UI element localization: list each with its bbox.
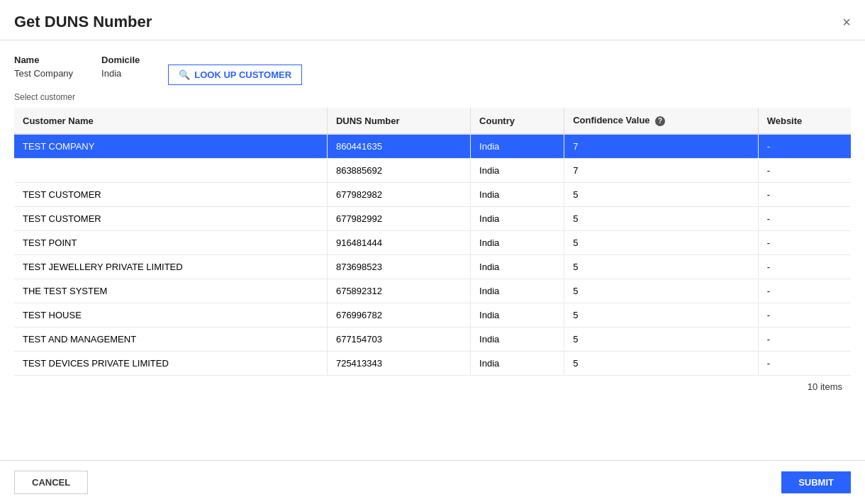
results-table: Customer Name DUNS Number Country Confid…	[14, 108, 851, 376]
cell-website: -	[758, 303, 851, 327]
table-row[interactable]: 863885692India7-	[14, 159, 851, 183]
name-label: Name	[14, 55, 73, 65]
cell-confidence_value: 5	[564, 255, 759, 279]
table-row[interactable]: TEST DEVICES PRIVATE LIMITED725413343Ind…	[14, 352, 851, 376]
cell-country: India	[471, 183, 564, 207]
lookup-button-label: LOOK UP CUSTOMER	[194, 69, 291, 80]
cell-customer_name: THE TEST SYSTEM	[14, 279, 327, 303]
modal-title: Get DUNS Number	[14, 13, 152, 31]
cell-country: India	[471, 134, 564, 159]
name-field-group: Name Test Company	[14, 55, 73, 79]
cell-website: -	[758, 352, 851, 376]
domicile-label: Domicile	[101, 55, 140, 65]
cell-customer_name: TEST CUSTOMER	[14, 207, 327, 231]
cell-country: India	[471, 207, 564, 231]
cell-confidence_value: 5	[564, 327, 759, 352]
cell-duns_number: 863885692	[327, 159, 470, 183]
col-header-country: Country	[471, 108, 564, 134]
cell-customer_name: TEST JEWELLERY PRIVATE LIMITED	[14, 255, 327, 279]
col-header-customer-name: Customer Name	[14, 108, 327, 134]
modal-body: Name Test Company Domicile India 🔍 LOOK …	[0, 40, 865, 460]
cell-confidence_value: 5	[564, 207, 759, 231]
table-row[interactable]: TEST COMPANY860441635India7-	[14, 134, 851, 159]
submit-button[interactable]: SUBMIT	[781, 471, 851, 493]
cell-country: India	[471, 327, 564, 352]
table-row[interactable]: TEST CUSTOMER677982992India5-	[14, 207, 851, 231]
modal-footer: CANCEL SUBMIT	[0, 460, 865, 504]
cell-confidence_value: 7	[564, 159, 759, 183]
search-icon: 🔍	[179, 69, 190, 80]
cell-duns_number: 873698523	[327, 255, 470, 279]
cell-duns_number: 677154703	[327, 327, 470, 352]
cell-country: India	[471, 231, 564, 255]
cell-duns_number: 860441635	[327, 134, 470, 159]
cancel-button[interactable]: CANCEL	[14, 471, 88, 494]
cell-customer_name: TEST POINT	[14, 231, 327, 255]
col-header-website: Website	[758, 108, 851, 134]
cell-customer_name	[14, 159, 327, 183]
cell-website: -	[758, 255, 851, 279]
lookup-customer-button[interactable]: 🔍 LOOK UP CUSTOMER	[168, 65, 302, 85]
cell-duns_number: 725413343	[327, 352, 470, 376]
cell-confidence_value: 5	[564, 183, 759, 207]
cell-customer_name: TEST HOUSE	[14, 303, 327, 327]
cell-customer_name: TEST AND MANAGEMENT	[14, 327, 327, 352]
cell-customer_name: TEST CUSTOMER	[14, 183, 327, 207]
cell-website: -	[758, 327, 851, 352]
cell-duns_number: 916481444	[327, 231, 470, 255]
cell-website: -	[758, 207, 851, 231]
domicile-field-group: Domicile India	[101, 55, 140, 79]
cell-customer_name: TEST COMPANY	[14, 134, 327, 159]
col-header-confidence-value: Confidence Value ?	[564, 108, 759, 134]
cell-website: -	[758, 159, 851, 183]
cell-confidence_value: 7	[564, 134, 759, 159]
items-count: 10 items	[14, 376, 851, 398]
cell-website: -	[758, 231, 851, 255]
domicile-value: India	[101, 68, 140, 79]
cell-duns_number: 677982982	[327, 183, 470, 207]
cell-website: -	[758, 279, 851, 303]
form-row: Name Test Company Domicile India 🔍 LOOK …	[14, 55, 851, 85]
confidence-info-icon[interactable]: ?	[655, 116, 665, 126]
table-header-row: Customer Name DUNS Number Country Confid…	[14, 108, 851, 134]
col-header-duns-number: DUNS Number	[327, 108, 470, 134]
cell-confidence_value: 5	[564, 352, 759, 376]
cell-confidence_value: 5	[564, 231, 759, 255]
cell-confidence_value: 5	[564, 303, 759, 327]
cell-country: India	[471, 279, 564, 303]
cell-duns_number: 677982992	[327, 207, 470, 231]
table-row[interactable]: TEST POINT916481444India5-	[14, 231, 851, 255]
cell-country: India	[471, 303, 564, 327]
cell-country: India	[471, 255, 564, 279]
name-value: Test Company	[14, 68, 73, 79]
cell-duns_number: 675892312	[327, 279, 470, 303]
cell-website: -	[758, 134, 851, 159]
table-row[interactable]: TEST HOUSE676996782India5-	[14, 303, 851, 327]
cell-website: -	[758, 183, 851, 207]
table-row[interactable]: THE TEST SYSTEM675892312India5-	[14, 279, 851, 303]
table-row[interactable]: TEST AND MANAGEMENT677154703India5-	[14, 327, 851, 352]
cell-customer_name: TEST DEVICES PRIVATE LIMITED	[14, 352, 327, 376]
cell-duns_number: 676996782	[327, 303, 470, 327]
cell-confidence_value: 5	[564, 279, 759, 303]
modal-container: Get DUNS Number × Name Test Company Domi…	[0, 0, 865, 504]
modal-header: Get DUNS Number ×	[0, 0, 865, 40]
close-button[interactable]: ×	[842, 15, 851, 29]
select-customer-label: Select customer	[14, 92, 851, 102]
cell-country: India	[471, 159, 564, 183]
table-row[interactable]: TEST CUSTOMER677982982India5-	[14, 183, 851, 207]
table-row[interactable]: TEST JEWELLERY PRIVATE LIMITED873698523I…	[14, 255, 851, 279]
cell-country: India	[471, 352, 564, 376]
